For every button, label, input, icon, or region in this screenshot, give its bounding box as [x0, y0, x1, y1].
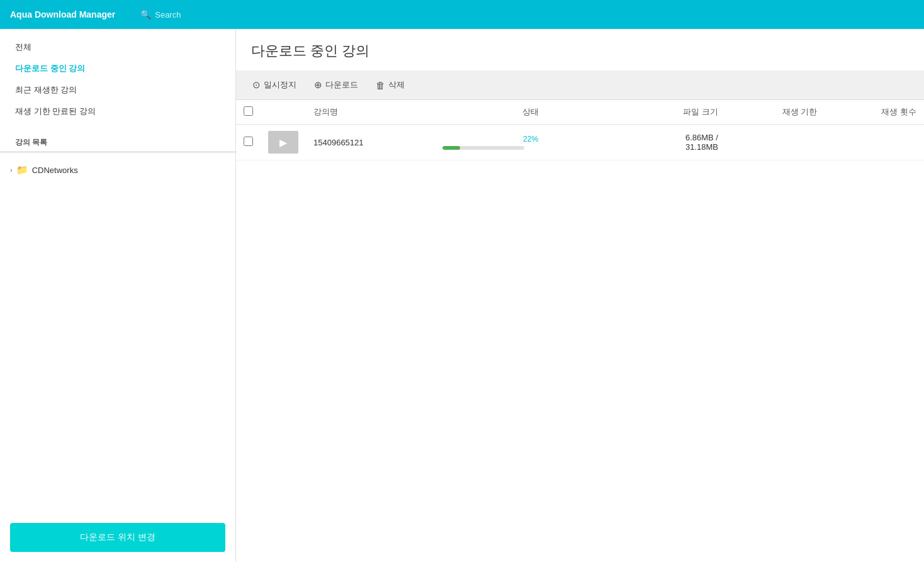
progress-bar-bg — [442, 146, 524, 150]
col-name: 강의명 — [306, 100, 435, 125]
download-label: 다운로드 — [325, 79, 358, 91]
row-count-cell — [825, 125, 924, 160]
trash-icon: 🗑 — [376, 80, 385, 91]
row-name-cell: 15409665121 — [306, 125, 435, 160]
search-bar[interactable]: 🔍 Search — [140, 9, 914, 20]
nav-list: 전체 다운로드 중인 강의 최근 재생한 강의 재생 기한 만료된 강의 — [0, 29, 235, 130]
folder-icon: 📁 — [16, 164, 28, 176]
progress-bar-fill — [442, 146, 461, 150]
delete-button[interactable]: 🗑 삭제 — [369, 77, 411, 93]
delete-label: 삭제 — [388, 79, 405, 91]
col-count: 재생 횟수 — [825, 100, 924, 125]
toolbar: ⊙ 일시정지 ⊕ 다운로드 🗑 삭제 — [236, 70, 924, 100]
row-size-cell: 6.86MB / 31.18MB — [626, 125, 726, 160]
chevron-right-icon: › — [10, 166, 13, 174]
row-size-line2: 31.18MB — [685, 142, 718, 152]
sidebar-item-expired[interactable]: 재생 기한 만료된 강의 — [0, 101, 235, 122]
progress-percent: 22% — [442, 135, 619, 143]
progress-container: 22% — [442, 135, 619, 150]
change-location-button[interactable]: 다운로드 위치 변경 — [10, 523, 225, 552]
pause-button[interactable]: ⊙ 일시정지 — [246, 77, 303, 93]
downloads-table: 강의명 상태 파일 크기 재생 기한 재생 횟수 ▶ — [236, 100, 924, 160]
pause-icon: ⊙ — [252, 79, 261, 91]
header: Aqua Download Manager 🔍 Search — [0, 0, 924, 29]
pause-label: 일시정지 — [264, 79, 296, 91]
main-layout: 전체 다운로드 중인 강의 최근 재생한 강의 재생 기한 만료된 강의 강의 … — [0, 29, 924, 562]
select-all-checkbox[interactable] — [244, 106, 253, 116]
col-thumbnail — [261, 100, 306, 125]
tree-section: › 📁 CDNetworks — [0, 155, 235, 513]
row-expire-cell — [726, 125, 825, 160]
col-status: 상태 — [435, 100, 627, 125]
video-thumbnail: ▶ — [268, 131, 298, 154]
row-name: 15409665121 — [313, 138, 364, 147]
sidebar-item-downloading[interactable]: 다운로드 중인 강의 — [0, 58, 235, 79]
sidebar-item-all[interactable]: 전체 — [0, 37, 235, 58]
download-button[interactable]: ⊕ 다운로드 — [308, 77, 364, 93]
app-title: Aqua Download Manager — [10, 9, 115, 20]
sidebar-item-recent[interactable]: 최근 재생한 강의 — [0, 79, 235, 101]
play-icon: ▶ — [279, 137, 287, 149]
row-checkbox-cell — [236, 125, 261, 160]
download-icon: ⊕ — [314, 79, 322, 91]
course-list-section-label: 강의 목록 — [0, 130, 235, 152]
page-title: 다운로드 중인 강의 — [236, 29, 924, 70]
row-thumbnail-cell: ▶ — [261, 125, 306, 160]
col-checkbox — [236, 100, 261, 125]
tree-item-cdnetworks[interactable]: › 📁 CDNetworks — [0, 160, 235, 180]
content-area: 다운로드 중인 강의 ⊙ 일시정지 ⊕ 다운로드 🗑 삭제 — [236, 29, 924, 562]
row-checkbox[interactable] — [244, 137, 253, 146]
table-row: ▶ 15409665121 22% — [236, 125, 924, 160]
row-status-cell: 22% — [435, 125, 627, 160]
table-container: 강의명 상태 파일 크기 재생 기한 재생 횟수 ▶ — [236, 100, 924, 562]
search-icon: 🔍 — [140, 9, 151, 20]
col-size: 파일 크기 — [626, 100, 726, 125]
row-size-line1: 6.86MB / — [685, 133, 718, 142]
col-expire: 재생 기한 — [726, 100, 825, 125]
tree-item-label: CDNetworks — [32, 166, 78, 175]
search-placeholder: Search — [155, 10, 181, 20]
sidebar: 전체 다운로드 중인 강의 최근 재생한 강의 재생 기한 만료된 강의 강의 … — [0, 29, 236, 562]
table-header-row: 강의명 상태 파일 크기 재생 기한 재생 횟수 — [236, 100, 924, 125]
